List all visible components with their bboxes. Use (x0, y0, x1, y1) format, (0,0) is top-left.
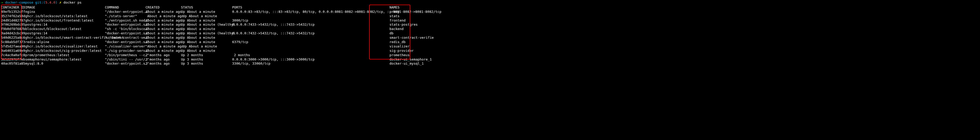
cell-created: About a minute ago (145, 44, 181, 49)
cell-status: Up About a minute (181, 49, 232, 53)
cell-names: frontend (390, 19, 406, 23)
table-row: 7c4ac0a0afc8prom/prometheus:latest"/bin/… (1, 53, 979, 57)
prompt-git-label: git:( (35, 0, 45, 4)
prompt-branch: 5.4.0 (45, 0, 55, 4)
cell-created: 3 months ago (145, 61, 181, 66)
cell-ports: 0.0.0.0:83->83/tcp, :::83->83/tcp, 80/tc… (232, 10, 390, 14)
cell-names: proxy (390, 10, 399, 14)
cell-names: docker-ui_semaphore_1 (390, 57, 432, 62)
cell-names: docker-ui_mysql_1 (390, 61, 424, 66)
cell-command: "./entrypoint.sh nod…" (105, 19, 145, 23)
cell-command: "sh -c 'bin/blocksco…" (105, 27, 145, 31)
cell-created: About a minute ago (145, 49, 181, 53)
header-command: COMMAND (105, 5, 145, 10)
cell-container-id: 0ad4d42cbc99 (1, 31, 25, 36)
table-row: f9b0df8f687bblockscout/blockscout:latest… (1, 27, 979, 31)
cell-command: "./smart-contract-ve…" (105, 36, 145, 40)
cell-ports (232, 36, 390, 40)
prompt-dir: docker-compose (5, 0, 33, 4)
cell-image: semaphoreui/semaphore:latest (25, 57, 105, 62)
table-row: 0f06269bdc05postgres:14"docker-entrypoin… (1, 22, 979, 27)
cell-command: "/sbin/tini -- /usr/…" (105, 57, 145, 62)
cell-names: prometheus (390, 53, 409, 57)
prompt-command[interactable]: docker ps (64, 0, 81, 4)
table-row: 49efb1352cffnginx"/docker-entrypoint.…"A… (1, 10, 979, 14)
cell-created: About a minute ago (145, 19, 181, 23)
table-row: 540d6225a8c6ghcr.io/blockscout/smart-con… (1, 36, 979, 40)
cell-created: 2 months ago (145, 53, 181, 57)
cell-status: Up About a minute (181, 10, 232, 14)
cell-names: stats-postgres (390, 22, 418, 27)
cell-names: sig-provider (390, 49, 414, 53)
table-row: 0ad4d42cbc99postgres:14"docker-entrypoin… (1, 31, 979, 36)
cell-image: nginx (25, 10, 105, 14)
prompt-arrow-icon: → (1, 0, 3, 4)
table-row: 0a64031a69e9ghcr.io/blockscout/sig-provi… (1, 49, 979, 53)
cell-created: About a minute ago (145, 14, 181, 19)
cell-container-id: 0f06269bdc05 (1, 22, 25, 27)
table-row: 5fd5d2faea90ghcr.io/blockscout/visualize… (1, 44, 979, 49)
cell-created: 3 months ago (145, 57, 181, 62)
cell-image: ghcr.io/blockscout/visualizer:latest (25, 44, 105, 49)
cell-names: redis_db (390, 40, 406, 44)
cell-image: ghcr.io/blockscout/smart-contract-verifi… (25, 36, 105, 40)
cell-container-id: d5274f62a50d (1, 14, 25, 19)
cell-ports: 0.0.0.0:7432->5432/tcp, :::7432->5432/tc… (232, 31, 390, 36)
cell-image: redis:alpine (25, 40, 105, 44)
cell-image: postgres:14 (25, 31, 105, 36)
cell-status: Up 2 months (181, 53, 232, 57)
cell-status: Up About a minute (181, 19, 232, 23)
cell-ports: 2 months (232, 53, 390, 57)
cell-container-id: 0a64031a69e9 (1, 49, 25, 53)
cell-ports (232, 49, 390, 53)
prompt-git-close: ) (55, 0, 57, 4)
cell-status: Up About a minute (181, 44, 232, 49)
cell-created: About a minute ago (145, 22, 181, 27)
cell-names: smart-contract-verifie (390, 36, 434, 40)
header-container-id: CONTAINER ID (1, 5, 25, 10)
cell-image: blockscout/blockscout:latest (25, 27, 105, 31)
cell-command: "docker-entrypoint.s…" (105, 31, 145, 36)
cell-names: db (390, 31, 394, 36)
cell-image: ghcr.io/blockscout/stats:latest (25, 14, 105, 19)
header-created: CREATED (145, 5, 181, 10)
cell-container-id: 7c4ac0a0afc8 (1, 53, 25, 57)
cell-ports (232, 27, 390, 31)
terminal-output: → docker-compose git:(5.4.0) ✗ docker ps… (1, 0, 979, 66)
cell-status: Up About a minute (healthy) (181, 31, 232, 36)
header-image: IMAGE (25, 5, 105, 10)
cell-created: About a minute ago (145, 40, 181, 44)
cell-ports: 0.0.0.0:7433->5432/tcp, :::7433->5432/tc… (232, 22, 390, 27)
header-ports: PORTS (232, 5, 390, 10)
cell-image: prom/prometheus:latest (25, 53, 105, 57)
cell-status: Up 3 months (181, 57, 232, 62)
cell-command: "./sig-provider-serv…" (105, 49, 145, 53)
cell-container-id: 5c88ab5df373 (1, 40, 25, 44)
cell-command: "docker-entrypoint.s…" (105, 61, 145, 66)
cell-container-id: f9b0df8f687b (1, 27, 25, 31)
cell-container-id: 40ac05f81a85 (1, 61, 25, 66)
cell-image: ghcr.io/blockscout/frontend:latest (25, 19, 105, 23)
cell-status: Up About a minute (181, 14, 232, 19)
cell-status: Up About a minute (181, 36, 232, 40)
cell-ports (232, 44, 390, 49)
prompt-dirty-icon: ✗ (59, 0, 62, 4)
cell-command: "docker-entrypoint.s…" (105, 22, 145, 27)
cell-image: mysql:8.0 (25, 61, 105, 66)
table-header-row: CONTAINER ID IMAGE COMMAND CREATED STATU… (1, 5, 979, 10)
cell-status: Up 3 months (181, 61, 232, 66)
prompt-line: → docker-compose git:(5.4.0) ✗ docker ps (1, 0, 979, 5)
table-row: 40ac05f81a85mysql:8.0"docker-entrypoint.… (1, 61, 979, 66)
cell-command: "docker-entrypoint.s…" (105, 40, 145, 44)
table-row: d5274f62a50dghcr.io/blockscout/stats:lat… (1, 14, 979, 19)
cell-image: ghcr.io/blockscout/sig-provider:latest (25, 49, 105, 53)
cell-created: About a minute ago (145, 27, 181, 31)
cell-ports (232, 14, 390, 19)
cell-status: Up About a minute (181, 40, 232, 44)
table-row: 5c88ab5df373redis:alpine"docker-entrypoi… (1, 40, 979, 44)
cell-ports: 3306/tcp, 33060/tcp (232, 61, 390, 66)
cell-created: About a minute ago (145, 31, 181, 36)
header-names: NAMES (390, 5, 399, 10)
header-status: STATUS (181, 5, 232, 10)
cell-names: stats (390, 14, 399, 19)
